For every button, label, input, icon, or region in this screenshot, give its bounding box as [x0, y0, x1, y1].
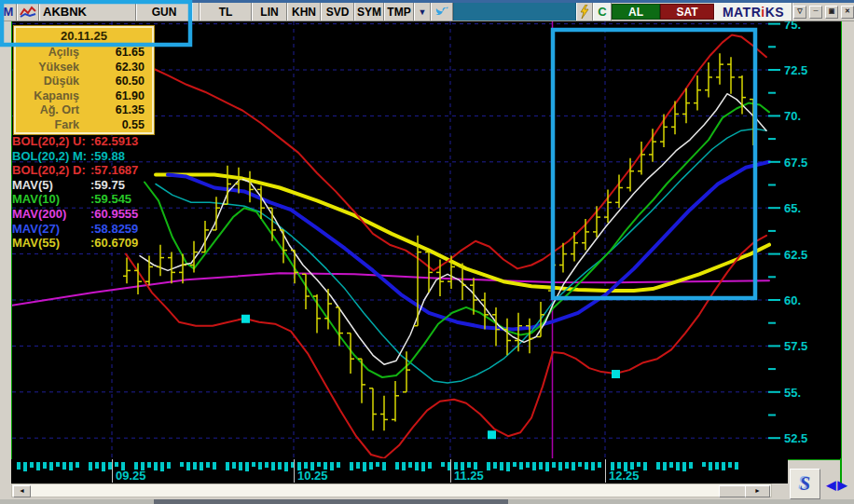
indicator-row: BOL(20,2) M::59.88	[12, 149, 138, 164]
indicator-label: MAV(200)	[12, 207, 90, 222]
toolbar-spacer	[192, 3, 200, 20]
indicator-value: :59.75	[90, 178, 125, 192]
indicator-label: BOL(20,2) M:	[12, 149, 90, 164]
indicator-label: BOL(20,2) U:	[12, 134, 90, 149]
info-value: 62.30	[79, 61, 152, 75]
toolbar-button-lin[interactable]: LIN	[252, 3, 287, 20]
taskbar-sliver	[154, 499, 508, 504]
info-row: Fark0.55	[16, 118, 152, 133]
info-rows: Açılış61.65Yüksek62.30Düşük60.50Kapanış6…	[16, 46, 152, 132]
scroll-left-icon[interactable]: ◄	[13, 485, 31, 497]
scrollbar-thumb[interactable]	[719, 485, 747, 497]
sell-button[interactable]: SAT	[660, 4, 714, 20]
info-value: 0.55	[79, 118, 152, 133]
info-row: Açılış61.65	[16, 46, 152, 61]
window-minimize-icon[interactable]: ─	[809, 6, 822, 19]
info-value: 60.50	[79, 75, 152, 89]
ohlc-info-box: 20.11.25 Açılış61.65Yüksek62.30Düşük60.5…	[14, 26, 154, 134]
window-bottom-frame	[0, 499, 854, 504]
price-lines-icon	[20, 6, 36, 19]
info-row: Kapanış61.90	[16, 89, 152, 104]
chart-nav-arrows: ◀ ▶	[821, 474, 852, 496]
window-controls: ▽─▣✕	[792, 3, 854, 20]
info-value: 61.90	[79, 89, 152, 104]
menu-button[interactable]: M	[0, 3, 17, 20]
window-maximize-icon[interactable]: ▣	[825, 6, 838, 19]
window-shade-icon[interactable]: ▽	[793, 6, 806, 19]
indicator-value: :59.88	[90, 149, 125, 163]
indicator-value: :57.1687	[90, 163, 138, 177]
indicator-value: :60.6709	[90, 236, 138, 250]
nav-right-icon[interactable]: ▶	[838, 478, 847, 492]
info-label: Düşük	[16, 75, 79, 89]
symbol-field[interactable]: AKBNK	[39, 3, 136, 20]
info-row: Yüksek62.30	[16, 61, 152, 75]
toolbar: M AKBNK GUN TL LIN KHN SVD SYM TMP ▼ C A…	[0, 3, 854, 21]
time-scrollbar[interactable]: ◄ ►	[11, 484, 772, 497]
indicator-legend: BOL(20,2) U::62.5913BOL(20,2) M::59.88BO…	[12, 134, 138, 251]
toolbar-button-svd[interactable]: SVD	[321, 3, 354, 20]
info-label: Kapanış	[16, 89, 79, 104]
info-box-date: 20.11.25	[16, 28, 152, 46]
toolbar-title-area	[453, 3, 576, 20]
indicator-value: :62.5913	[90, 134, 138, 148]
indicator-row: MAV(10):59.545	[12, 192, 138, 207]
refresh-icon[interactable]: C	[593, 3, 612, 20]
toolbar-button-currency[interactable]: TL	[200, 3, 252, 20]
indicator-label: MAV(27)	[12, 222, 90, 237]
indicator-row: MAV(5):59.75	[12, 178, 138, 193]
indicator-value: :60.9555	[90, 207, 138, 221]
matriks-s-logo-button[interactable]: S	[790, 469, 820, 499]
nav-left-icon[interactable]: ◀	[827, 478, 836, 492]
indicator-row: BOL(20,2) D::57.1687	[12, 163, 138, 178]
info-label: Yüksek	[16, 61, 79, 75]
lightning-icon[interactable]	[576, 3, 593, 20]
indicator-label: MAV(10)	[12, 192, 90, 207]
scroll-right-icon[interactable]: ►	[745, 485, 770, 497]
indicator-label: BOL(20,2) D:	[12, 163, 90, 178]
info-label: Açılış	[16, 46, 79, 61]
indicator-label: MAV(5)	[12, 178, 90, 193]
window-close-icon[interactable]: ✕	[841, 6, 854, 19]
matriks-logo: MATRiKS	[714, 3, 792, 20]
buy-button[interactable]: AL	[612, 4, 660, 20]
s-swirl-icon: S	[800, 473, 810, 495]
info-label: Ağ. Ort	[16, 103, 79, 118]
toolbar-button-sym[interactable]: SYM	[354, 3, 384, 20]
twitter-icon[interactable]	[431, 3, 453, 20]
indicator-label: MAV(55)	[12, 236, 90, 251]
indicator-row: MAV(55):60.6709	[12, 236, 138, 251]
info-value: 61.65	[79, 46, 152, 61]
chevron-down-icon[interactable]: ▼	[414, 3, 431, 20]
date-axis	[11, 459, 788, 484]
toolbar-button-tmp[interactable]: TMP	[384, 3, 414, 20]
info-row: Düşük60.50	[16, 75, 152, 89]
info-label: Fark	[16, 118, 79, 133]
toolbar-button-khn[interactable]: KHN	[287, 3, 321, 20]
indicator-row: MAV(27):58.8259	[12, 222, 138, 237]
indicator-row: BOL(20,2) U::62.5913	[12, 134, 138, 149]
indicator-value: :58.8259	[90, 222, 138, 236]
info-row: Ağ. Ort61.35	[16, 103, 152, 118]
info-value: 61.35	[79, 103, 152, 118]
indicator-value: :59.545	[90, 192, 131, 206]
chart-type-icon[interactable]	[17, 3, 39, 20]
toolbar-button-period[interactable]: GUN	[136, 3, 192, 20]
indicator-row: MAV(200):60.9555	[12, 207, 138, 222]
